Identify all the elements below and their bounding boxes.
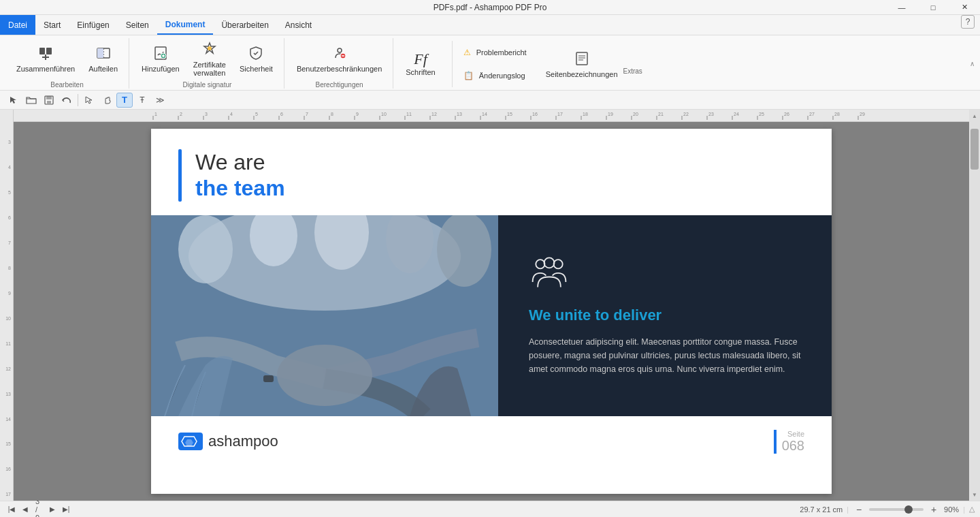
minimize-button[interactable]: — — [886, 0, 917, 14]
svg-text:13: 13 — [457, 112, 462, 116]
svg-text:16: 16 — [532, 112, 538, 116]
nav-first-btn[interactable]: |◀ — [5, 503, 18, 516]
pdf-viewport[interactable]: We are the team — [14, 122, 969, 501]
ribbon: Zusammenführen Aufteilen Bearbe — [0, 35, 980, 91]
scroll-down-arrow[interactable]: ▼ — [969, 490, 980, 499]
page-title-line1: We are — [195, 149, 285, 175]
seitenbezeichnungen-icon — [574, 50, 590, 69]
svg-text:20: 20 — [633, 112, 638, 116]
ribbon-btn-hinzufuegen[interactable]: Hinzufügen — [136, 42, 185, 76]
zusammenfuehren-icon — [37, 45, 54, 63]
team-body: Aconsectetuer adipiscing elit. Maecenas … — [529, 335, 801, 376]
svg-point-85 — [277, 345, 372, 406]
main-area: 3 4 5 6 7 8 9 10 11 12 13 14 15 16 17 — [0, 110, 980, 501]
toolbar-undo-btn[interactable] — [59, 93, 75, 108]
toolbar-text-btn[interactable]: T — [116, 93, 133, 108]
scroll-thumb[interactable] — [970, 129, 979, 170]
scrollbar-right[interactable]: ▲ ▼ — [969, 110, 980, 501]
page-size: 29.7 x 21 cm — [800, 505, 843, 514]
menu-einfuegen[interactable]: Einfügen — [69, 15, 117, 35]
menu-ueberarbeiten[interactable]: Überarbeiten — [213, 15, 276, 35]
svg-text:8: 8 — [331, 112, 333, 116]
status-separator-1: | — [847, 505, 849, 514]
zoom-minus-btn[interactable]: − — [853, 503, 865, 516]
close-button[interactable]: ✕ — [949, 0, 980, 14]
team-people-icon — [529, 255, 801, 295]
toolbar-more-btn[interactable]: ≫ — [152, 93, 168, 108]
toolbar-open-btn[interactable] — [23, 93, 39, 108]
svg-text:26: 26 — [784, 112, 789, 116]
ribbon-btn-benutzerbeschraenkungen[interactable]: Benutzerbeschränkungen — [291, 42, 387, 76]
ribbon-btn-sicherheit[interactable]: Sicherheit — [234, 42, 278, 76]
svg-rect-13 — [576, 52, 587, 65]
page-title-line2: the team — [195, 175, 285, 201]
aenderungslog-label: Änderungslog — [479, 72, 525, 80]
ribbon-btn-problembericht[interactable]: ⚠ Problembericht — [461, 46, 529, 59]
scroll-track[interactable] — [969, 122, 980, 488]
page-number-text: Seite 068 — [782, 430, 804, 454]
svg-text:7: 7 — [306, 112, 308, 116]
svg-rect-19 — [47, 101, 51, 104]
hinzufuegen-label: Hinzufügen — [142, 65, 180, 73]
logo-text: ashampoo — [208, 433, 278, 450]
nav-prev-btn[interactable]: ◀ — [19, 503, 31, 516]
ribbon-btn-schriften[interactable]: Ff Schriften — [400, 49, 440, 79]
ribbon-label-extras: Extras — [623, 67, 642, 75]
nav-next-btn[interactable]: ▶ — [46, 503, 59, 516]
header-accent-bar — [178, 149, 182, 202]
menu-dokument[interactable]: Dokument — [157, 15, 214, 35]
toolbar-save-btn[interactable] — [41, 93, 57, 108]
benutzerbeschraenkungen-icon — [331, 45, 348, 63]
menu-datei[interactable]: Datei — [0, 15, 35, 35]
menu-ansicht[interactable]: Ansicht — [277, 15, 320, 35]
svg-point-9 — [208, 46, 212, 50]
svg-text:25: 25 — [759, 112, 764, 116]
ribbon-collapse-button[interactable]: ∧ — [970, 59, 975, 67]
toolbar-separator-1 — [78, 94, 78, 106]
zoom-thumb[interactable] — [904, 505, 913, 514]
logo-icon — [178, 433, 203, 450]
svg-rect-1 — [46, 48, 52, 54]
svg-text:18: 18 — [583, 112, 588, 116]
seitenbezeichnungen-label: Seitenbezeichnungen — [546, 70, 618, 78]
zoom-slider[interactable] — [869, 508, 924, 511]
zoom-plus-btn[interactable]: + — [928, 503, 940, 516]
svg-point-80 — [178, 215, 233, 283]
page-number-area: Seite 068 — [774, 430, 804, 454]
toolbar-hand-btn[interactable] — [99, 93, 115, 108]
nav-last-btn[interactable]: ▶| — [60, 503, 72, 516]
log-icon: 📋 — [463, 71, 474, 80]
toolbar-cursor-btn[interactable] — [81, 93, 97, 108]
svg-text:15: 15 — [507, 112, 512, 116]
hinzufuegen-icon — [152, 45, 169, 63]
team-dark-panel: We unite to deliver Aconsectetuer adipis… — [498, 215, 832, 416]
ribbon-group-digitale-signatur: Hinzufügen Zertifikate verwalten — [131, 38, 284, 89]
toolbar-select-btn[interactable] — [5, 93, 22, 108]
ruler-top: // draw ticks via JS after load 1 2 3 — [14, 110, 969, 122]
title-bar: PDFs.pdf - Ashampoo PDF Pro — □ ✕ — [0, 0, 980, 15]
svg-text:2: 2 — [180, 112, 182, 116]
scroll-up-arrow[interactable]: ▲ — [969, 111, 980, 121]
problembericht-label: Problembericht — [476, 48, 527, 57]
ribbon-label-berechtigungen: Berechtigungen — [316, 81, 363, 89]
toolbar-textformat-btn[interactable]: Ŧ — [134, 93, 150, 108]
zoom-percent: 90% — [944, 505, 959, 514]
svg-point-89 — [544, 258, 555, 268]
ribbon-btn-zertifikate[interactable]: Zertifikate verwalten — [188, 38, 231, 80]
ribbon-btn-aenderungslog[interactable]: 📋 Änderungslog — [461, 69, 529, 82]
help-button[interactable]: ? — [961, 15, 975, 29]
menu-start[interactable]: Start — [35, 15, 69, 35]
menu-seiten[interactable]: Seiten — [118, 15, 157, 35]
ribbon-btn-zusammenfuehren[interactable]: Zusammenführen — [11, 42, 80, 76]
sicherheit-icon — [248, 45, 264, 63]
page-number-value: 068 — [782, 438, 804, 454]
ribbon-btn-aufteilen[interactable]: Aufteilen — [83, 42, 123, 76]
logo-area: ashampoo — [178, 433, 278, 450]
sicherheit-label: Sicherheit — [240, 65, 273, 73]
ribbon-label-digitale-signatur: Digitale signatur — [183, 81, 232, 89]
extra-status: △ — [969, 505, 975, 514]
team-heading: We unite to deliver — [529, 306, 801, 326]
ribbon-btn-seitenbezeichnungen[interactable]: Seitenbezeichnungen — [540, 48, 623, 81]
maximize-button[interactable]: □ — [917, 0, 949, 14]
svg-text:22: 22 — [683, 112, 689, 116]
